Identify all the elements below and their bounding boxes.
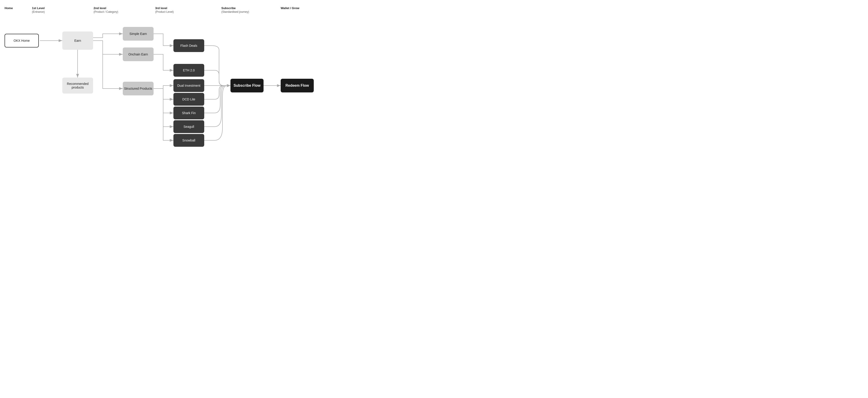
eth-20-node[interactable]: ETH 2.0 <box>174 64 204 77</box>
col-1st-sub: (Entrance) <box>32 10 45 13</box>
col-1st-header: 1st Level (Entrance) <box>32 6 45 13</box>
arrow-earn-structured <box>93 41 123 89</box>
arrow-earn-onchain <box>93 41 123 54</box>
arrow-struct-shark <box>154 89 174 113</box>
col-subscribe-sub: (Standardised journey) <box>221 10 249 13</box>
col-3rd-header: 3rd level (Product Level) <box>155 6 174 13</box>
arrow-struct-seagull <box>154 89 174 127</box>
okx-home-node[interactable]: OKX Home <box>5 34 39 48</box>
col-wallet-title: Wallet / Grow <box>281 6 299 10</box>
col-1st-title: 1st Level <box>32 6 45 10</box>
diagram-container: Home 1st Level (Entrance) 2nd level (Pro… <box>0 0 434 199</box>
col-subscribe-title: Subscribe <box>221 6 249 10</box>
col-3rd-sub: (Product Level) <box>155 10 174 13</box>
arrow-snowball-subscribe <box>204 86 230 140</box>
col-home-title: Home <box>5 6 13 10</box>
arrows-svg <box>0 0 434 199</box>
redeem-flow-node[interactable]: Redeem Flow <box>281 79 314 92</box>
structured-products-node[interactable]: Structured Products <box>123 82 154 95</box>
arrow-simple-flash <box>154 34 174 45</box>
snowball-node[interactable]: Snowball <box>174 134 204 147</box>
seagull-node[interactable]: Seagull <box>174 120 204 133</box>
arrow-onchain-eth <box>154 54 174 70</box>
simple-earn-node[interactable]: Simple Earn <box>123 27 154 41</box>
shark-fin-node[interactable]: Shark Fin <box>174 106 204 119</box>
arrow-flash-subscribe <box>204 45 230 86</box>
earn-node[interactable]: Earn <box>62 31 93 50</box>
arrow-shark-subscribe <box>204 86 230 113</box>
col-2nd-sub: (Product / Category) <box>94 10 118 13</box>
arrow-earn-simple <box>93 34 123 38</box>
onchain-earn-node[interactable]: Onchain Earn <box>123 48 154 61</box>
col-3rd-title: 3rd level <box>155 6 174 10</box>
dcd-lite-node[interactable]: DCD Lite <box>174 93 204 106</box>
col-2nd-header: 2nd level (Product / Category) <box>94 6 118 13</box>
arrow-dcd-subscribe <box>204 86 230 99</box>
arrow-struct-dcd <box>154 89 174 99</box>
col-subscribe-header: Subscribe (Standardised journey) <box>221 6 249 13</box>
dual-investment-node[interactable]: Dual Investment <box>174 79 204 92</box>
col-wallet-header: Wallet / Grow <box>281 6 299 10</box>
col-2nd-title: 2nd level <box>94 6 118 10</box>
arrow-eth-subscribe <box>204 70 230 86</box>
subscribe-flow-node[interactable]: Subscribe Flow <box>230 79 264 92</box>
flash-deals-node[interactable]: Flash Deals <box>174 39 204 52</box>
recommended-products-node[interactable]: Recommended products <box>62 78 93 94</box>
col-home-header: Home <box>5 6 13 10</box>
arrow-struct-snowball <box>154 89 174 140</box>
arrow-struct-dual <box>154 86 174 89</box>
arrow-seagull-subscribe <box>204 86 230 127</box>
